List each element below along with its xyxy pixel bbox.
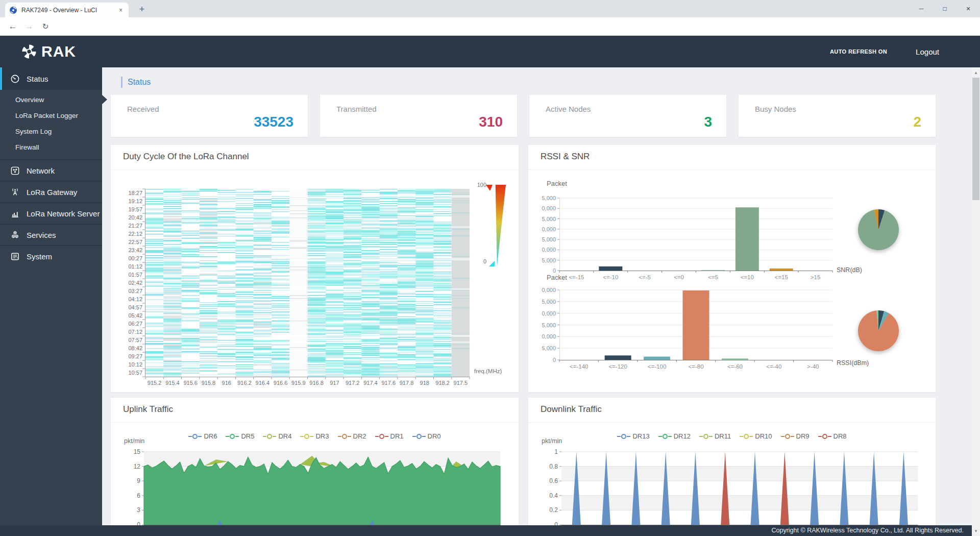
auto-refresh-toggle[interactable]: AUTO REFRESH ON	[830, 48, 887, 55]
sidebar-item-lora-network-server[interactable]: LoRa Network Server	[0, 202, 102, 224]
svg-text:<=-100: <=-100	[648, 363, 666, 370]
sidebar-item-status[interactable]: Status	[0, 67, 102, 90]
sidebar-subitem-firewall[interactable]: Firewall	[0, 139, 102, 155]
freq-axis-label: freq.(MHz)	[474, 368, 502, 374]
legend-item-dr13[interactable]: DR13	[617, 432, 649, 440]
duty-time-label: 10:57	[122, 370, 142, 376]
svg-text:0.6: 0.6	[549, 477, 558, 484]
legend-item-dr4[interactable]: DR4	[263, 432, 291, 440]
panel-title-rssi-snr: RSSI & SNR	[541, 152, 590, 162]
sidebar-item-services[interactable]: Services	[0, 224, 102, 245]
browser-tabstrip: RAK7249 - Overview - LuCI × + ─ □ ×	[0, 0, 980, 17]
browser-toolbar: ← → ↻ ⚠ Not secure 169.254.78.207/cgi-bi…	[0, 17, 980, 36]
legend-item-dr10[interactable]: DR10	[740, 432, 772, 440]
legend-item-dr9[interactable]: DR9	[781, 432, 810, 440]
sidebar-subitem-lora-packet-logger[interactable]: LoRa Packet Logger	[0, 108, 102, 124]
svg-text:0,000: 0,000	[542, 205, 556, 211]
stat-card-transmitted: Transmitted310	[320, 95, 517, 137]
duty-time-label: 09:27	[122, 353, 142, 359]
sidebar-item-network[interactable]: Network	[0, 159, 102, 181]
new-tab-button[interactable]: +	[135, 2, 149, 16]
legend-marker-icon	[263, 433, 276, 440]
scroll-up-icon[interactable]: ▲	[972, 68, 980, 77]
panel-title-uplink: Uplink Traffic	[123, 404, 173, 415]
legend-item-dr0[interactable]: DR0	[412, 432, 441, 440]
snr-unit-label: SNR(dB)	[837, 266, 862, 274]
legend-marker-icon	[781, 433, 794, 440]
page-title: Status	[121, 77, 151, 88]
duty-heatmap	[145, 189, 470, 377]
svg-text:5,000: 5,000	[542, 299, 556, 305]
gauge-icon	[10, 74, 20, 84]
rssi-pie-chart	[857, 309, 900, 352]
legend-item-dr1[interactable]: DR1	[375, 432, 404, 440]
sidebar-item-system[interactable]: System	[0, 245, 102, 266]
legend-marker-icon	[412, 433, 426, 440]
card-value: 3	[704, 114, 712, 130]
legend-item-dr3[interactable]: DR3	[300, 432, 329, 440]
window-minimize-button[interactable]: ─	[910, 0, 933, 17]
uplink-yaxis-title: pkt/min	[124, 437, 144, 445]
duty-time-label: 18:27	[122, 190, 142, 196]
svg-text:0,000: 0,000	[542, 247, 556, 253]
svg-text:0.8: 0.8	[549, 463, 558, 470]
scroll-thumb[interactable]	[972, 78, 979, 200]
svg-text:5,000: 5,000	[542, 257, 556, 263]
active-item-arrow	[102, 95, 107, 104]
sidebar-subitem-overview[interactable]: Overview	[0, 92, 102, 108]
legend-marker-icon	[699, 433, 713, 440]
card-value: 33523	[254, 114, 293, 130]
snr-yaxis-title: Packet	[547, 180, 567, 187]
svg-text:6: 6	[137, 492, 140, 499]
logout-button[interactable]: Logout	[916, 47, 939, 56]
legend-item-dr8[interactable]: DR8	[818, 432, 847, 440]
downlink-legend: DR13DR12DR11DR10DR9DR8	[528, 432, 936, 440]
forward-icon[interactable]: →	[21, 17, 37, 36]
browser-tab[interactable]: RAK7249 - Overview - LuCI ×	[5, 3, 129, 17]
legend-item-dr11[interactable]: DR11	[699, 432, 731, 440]
favicon-icon	[9, 6, 17, 14]
panel-uplink: Uplink Traffic DR6DR5DR4DR3DR2DR1DR0 pkt…	[111, 398, 519, 536]
divider	[111, 422, 519, 423]
app-header: RAK AUTO REFRESH ON Logout	[0, 36, 980, 67]
window-close-button[interactable]: ×	[957, 0, 980, 17]
duty-time-label: 22:57	[122, 239, 142, 245]
tab-close-icon[interactable]: ×	[117, 7, 125, 14]
svg-text:<=-40: <=-40	[766, 363, 781, 370]
duty-time-label: 19:57	[122, 206, 142, 212]
screen: RAK7249 - Overview - LuCI × + ─ □ × ← → …	[0, 0, 980, 536]
legend-item-dr6[interactable]: DR6	[188, 432, 217, 440]
legend-marker-icon	[300, 433, 313, 440]
svg-text:15: 15	[134, 448, 141, 455]
svg-text:0.2: 0.2	[549, 506, 558, 514]
uplink-legend: DR6DR5DR4DR3DR2DR1DR0	[111, 432, 519, 440]
sidebar: StatusOverviewLoRa Packet LoggerSystem L…	[0, 67, 102, 536]
downlink-yaxis-title: pkt/min	[542, 437, 562, 445]
svg-text:5,000: 5,000	[542, 236, 556, 242]
sidebar-subitem-system-log[interactable]: System Log	[0, 124, 102, 139]
svg-text:0,000: 0,000	[542, 333, 556, 339]
legend-item-dr5[interactable]: DR5	[226, 432, 254, 440]
duty-time-label: 22:12	[122, 231, 142, 237]
svg-text:12: 12	[134, 463, 141, 470]
svg-text:0: 0	[553, 267, 556, 274]
duty-time-label: 21:27	[122, 223, 142, 229]
stat-card-busy-nodes: Busy Nodes2	[739, 95, 936, 137]
rak-logo: RAK	[20, 43, 76, 60]
colorbar-top-marker	[486, 185, 493, 191]
legend-item-dr12[interactable]: DR12	[658, 432, 691, 440]
sidebar-item-lora-gateway[interactable]: LoRa Gateway	[0, 181, 102, 202]
svg-text:<=-60: <=-60	[727, 363, 743, 370]
window-maximize-button[interactable]: □	[933, 0, 957, 17]
card-label: Transmitted	[336, 105, 377, 113]
duty-time-label: 19:12	[122, 198, 142, 204]
back-icon[interactable]: ←	[5, 17, 20, 36]
svg-text:<=-80: <=-80	[688, 363, 703, 370]
network-icon	[10, 166, 20, 176]
scrollbar[interactable]: ▲ ▼	[972, 67, 980, 536]
reload-icon[interactable]: ↻	[38, 17, 53, 36]
panel-duty-cycle: Duty Cycle Of the LoRa Channel 18:2719:1…	[111, 145, 519, 392]
scroll-down-icon[interactable]: ▼	[972, 527, 980, 535]
legend-item-dr2[interactable]: DR2	[338, 432, 366, 440]
legend-marker-icon	[658, 433, 672, 440]
